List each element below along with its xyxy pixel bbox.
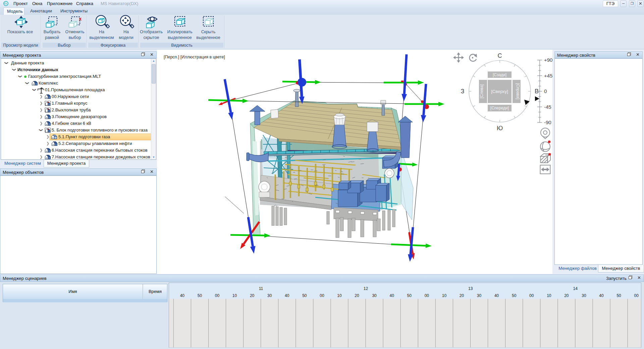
svg-text:30: 30	[582, 293, 586, 298]
svg-text:20: 20	[564, 293, 569, 298]
svg-text:40: 40	[389, 293, 394, 298]
svg-text:40: 40	[494, 293, 499, 298]
svg-text:10: 10	[337, 293, 342, 298]
svg-text:00: 00	[529, 293, 534, 298]
svg-text:10: 10	[442, 293, 447, 298]
svg-text:50: 50	[198, 293, 202, 298]
svg-text:40: 40	[599, 293, 604, 298]
svg-text:0: 0	[544, 88, 547, 94]
svg-text:00: 00	[215, 293, 220, 298]
svg-text:50: 50	[302, 293, 307, 298]
svg-text:З: З	[461, 88, 465, 95]
svg-text:30: 30	[372, 293, 377, 298]
svg-text:40: 40	[180, 293, 185, 298]
svg-text:11: 11	[259, 286, 263, 291]
svg-text:20: 20	[460, 293, 464, 298]
svg-text:x: x	[79, 16, 82, 21]
svg-text:50: 50	[407, 293, 412, 298]
svg-text:[Сверху]: [Сверху]	[491, 89, 508, 94]
svg-text:13: 13	[468, 286, 473, 291]
svg-text:10: 10	[232, 293, 237, 298]
svg-text:50: 50	[512, 293, 517, 298]
svg-text:00: 00	[634, 293, 639, 298]
svg-text:+90: +90	[544, 57, 552, 63]
svg-text:10: 10	[547, 293, 551, 298]
svg-text:14: 14	[573, 286, 578, 291]
svg-text:[Справа]: [Справа]	[516, 83, 520, 99]
svg-text:00: 00	[425, 293, 429, 298]
svg-text:-45: -45	[544, 104, 551, 110]
svg-text:[Спереди]: [Спереди]	[490, 106, 509, 110]
svg-text:+45: +45	[544, 73, 552, 79]
svg-text:20: 20	[250, 293, 255, 298]
svg-text:20: 20	[355, 293, 359, 298]
svg-text:[Сзади]: [Сзади]	[493, 72, 506, 77]
svg-text:50: 50	[616, 293, 621, 298]
svg-text:Ю: Ю	[497, 125, 503, 132]
svg-text:30: 30	[477, 293, 482, 298]
svg-text:40: 40	[285, 293, 289, 298]
svg-text:С: С	[498, 52, 502, 59]
svg-text:12: 12	[364, 286, 368, 291]
svg-text:-90: -90	[544, 119, 551, 125]
svg-text:00: 00	[320, 293, 324, 298]
svg-text:30: 30	[267, 293, 272, 298]
svg-text:[Слева]: [Слева]	[479, 84, 484, 98]
